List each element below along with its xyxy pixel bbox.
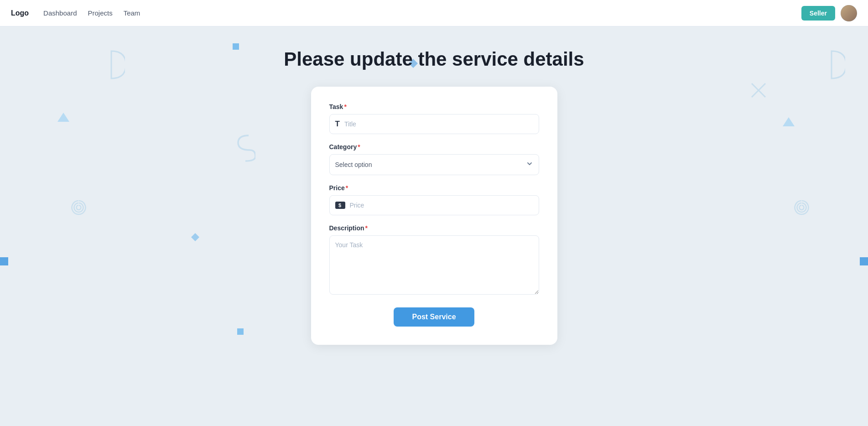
category-group: Category* Select option Design Developme… xyxy=(329,143,539,175)
page-title: Please update the service details xyxy=(284,48,584,70)
svg-text:$: $ xyxy=(338,203,341,208)
nav-links: Dashboard Projects Team xyxy=(43,9,801,17)
avatar[interactable] xyxy=(841,5,857,21)
description-group: Description* xyxy=(329,224,539,296)
task-group: Task* T xyxy=(329,103,539,134)
price-dollar-icon: $ xyxy=(335,202,345,209)
nav-right: Seller xyxy=(801,5,857,21)
price-label: Price* xyxy=(329,184,539,192)
nav-team[interactable]: Team xyxy=(124,9,140,17)
task-text-icon: T xyxy=(335,119,340,129)
nav-projects[interactable]: Projects xyxy=(88,9,112,17)
post-service-button[interactable]: Post Service xyxy=(394,307,474,327)
category-select-wrapper: Select option Design Development Marketi… xyxy=(329,154,539,175)
description-textarea[interactable] xyxy=(329,235,539,295)
task-input[interactable] xyxy=(344,120,533,128)
task-label: Task* xyxy=(329,103,539,110)
task-input-wrapper: T xyxy=(329,114,539,134)
price-group: Price* $ xyxy=(329,184,539,215)
price-input[interactable] xyxy=(350,202,533,209)
nav-logo[interactable]: Logo xyxy=(11,9,29,17)
category-select[interactable]: Select option Design Development Marketi… xyxy=(330,155,539,175)
main-content: Please update the service details Task* … xyxy=(0,26,868,345)
category-required: * xyxy=(358,143,360,151)
seller-button[interactable]: Seller xyxy=(801,6,835,21)
form-card: Task* T Category* Select option Design D… xyxy=(311,87,557,345)
description-label: Description* xyxy=(329,224,539,232)
category-label: Category* xyxy=(329,143,539,151)
price-input-wrapper: $ xyxy=(329,195,539,215)
avatar-image xyxy=(841,5,857,21)
task-required: * xyxy=(344,103,346,110)
nav-dashboard[interactable]: Dashboard xyxy=(43,9,77,17)
description-required: * xyxy=(365,224,368,232)
price-required: * xyxy=(346,184,348,192)
navbar: Logo Dashboard Projects Team Seller xyxy=(0,0,868,26)
